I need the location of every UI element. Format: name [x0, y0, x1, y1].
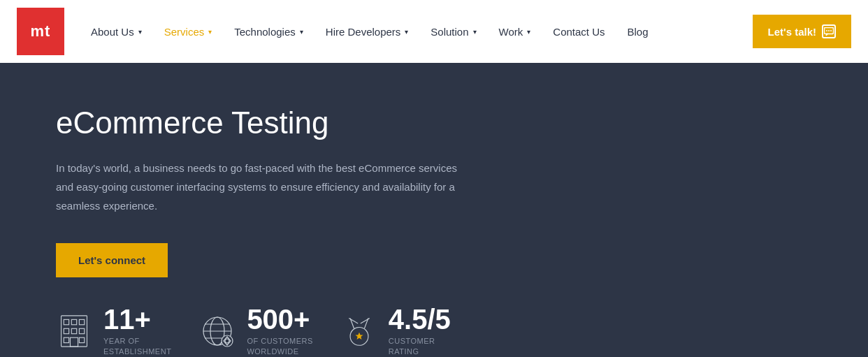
stat-year-number: 11+ [103, 305, 171, 333]
chevron-down-icon: ▾ [208, 28, 212, 36]
nav-contact-us[interactable]: Contact Us [543, 20, 614, 43]
svg-point-3 [830, 30, 832, 31]
chevron-down-icon: ▾ [473, 28, 477, 36]
stat-rating: 4.5/5 CUSTOMERRATING [341, 305, 479, 357]
logo-text: mt [31, 22, 51, 41]
stat-year-info: 11+ YEAR OFESTABLISHMENT [103, 305, 171, 357]
stat-year-label: YEAR OFESTABLISHMENT [103, 336, 171, 357]
stat-rating-info: 4.5/5 CUSTOMERRATING [389, 305, 451, 357]
svg-line-27 [361, 319, 370, 323]
nav-blog[interactable]: Blog [618, 20, 658, 43]
svg-rect-10 [79, 328, 84, 333]
nav-technologies[interactable]: Technologies ▾ [224, 20, 313, 43]
svg-line-26 [349, 319, 358, 323]
nav-solution[interactable]: Solution ▾ [421, 20, 486, 43]
stat-year: 11+ YEAR OFESTABLISHMENT [56, 305, 199, 357]
nav-work[interactable]: Work ▾ [489, 20, 541, 43]
svg-rect-4 [62, 316, 87, 347]
nav-about-us[interactable]: About Us ▾ [81, 20, 152, 43]
nav-hire-developers[interactable]: Hire Developers ▾ [316, 20, 419, 43]
svg-rect-5 [64, 320, 68, 325]
header: mt About Us ▾ Services ▾ Technologies ▾ … [0, 0, 868, 63]
svg-rect-12 [79, 337, 84, 342]
logo[interactable]: mt [17, 8, 64, 55]
chevron-down-icon: ▾ [527, 28, 530, 36]
chevron-down-icon: ▾ [405, 28, 408, 36]
building-icon [56, 313, 92, 349]
svg-rect-11 [64, 337, 68, 342]
lets-talk-button[interactable]: Let's talk! [753, 15, 851, 48]
svg-rect-7 [79, 320, 84, 325]
chevron-down-icon: ▾ [300, 28, 303, 36]
main-nav: About Us ▾ Services ▾ Technologies ▾ Hir… [81, 20, 747, 43]
globe-icon [199, 313, 236, 349]
stats-section: 11+ YEAR OFESTABLISHMENT 500+ [56, 291, 812, 357]
hero-section: eCommerce Testing In today's world, a bu… [0, 63, 868, 357]
svg-rect-13 [70, 337, 78, 347]
stat-rating-number: 4.5/5 [389, 305, 451, 333]
svg-point-2 [828, 30, 830, 31]
chevron-down-icon: ▾ [138, 28, 142, 36]
svg-rect-6 [71, 320, 76, 325]
svg-rect-8 [64, 328, 68, 333]
hero-title: eCommerce Testing [56, 105, 503, 142]
svg-marker-23 [355, 333, 363, 340]
stat-customers-label: OF CUSTOMERSWORLDWIDE [247, 336, 312, 357]
hero-description: In today's world, a business needs to go… [56, 159, 461, 215]
svg-point-1 [826, 30, 827, 31]
stat-customers-info: 500+ OF CUSTOMERSWORLDWIDE [247, 305, 312, 357]
stat-customers: 500+ OF CUSTOMERSWORLDWIDE [199, 305, 340, 357]
lets-connect-button[interactable]: Let's connect [56, 243, 168, 277]
nav-services[interactable]: Services ▾ [154, 20, 222, 43]
hero-content: eCommerce Testing In today's world, a bu… [56, 105, 503, 277]
chat-icon [822, 24, 836, 38]
svg-rect-9 [71, 328, 76, 333]
stat-customers-number: 500+ [247, 305, 312, 333]
stat-rating-label: CUSTOMERRATING [389, 336, 451, 357]
medal-icon [341, 313, 377, 349]
